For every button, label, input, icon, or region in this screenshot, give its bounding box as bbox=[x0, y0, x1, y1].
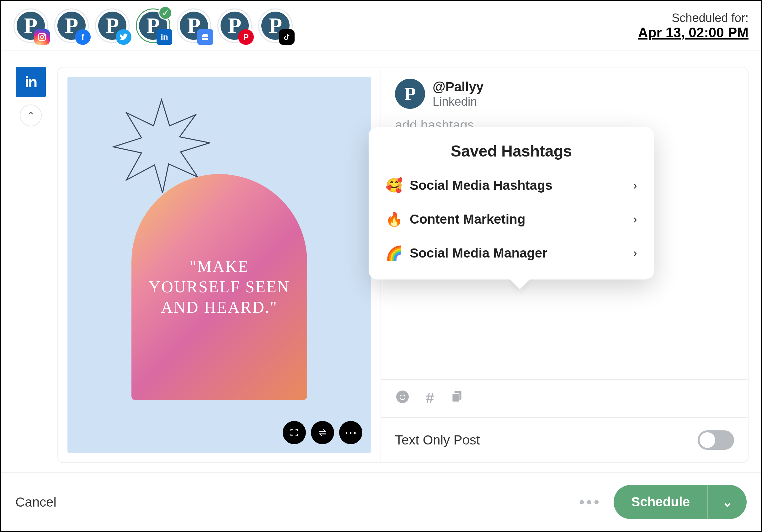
scheduled-info: Scheduled for: Apr 13, 02:00 PM bbox=[638, 11, 748, 40]
compose-header: P @Pallyy Linkedin bbox=[381, 67, 748, 112]
emoji-picker-button[interactable] bbox=[395, 389, 410, 408]
account-network: Linkedin bbox=[432, 95, 484, 109]
svg-point-6 bbox=[404, 395, 405, 397]
ellipsis-icon: ••• bbox=[579, 494, 601, 511]
media-action-row: ⋯ bbox=[283, 421, 362, 444]
check-icon: ✓ bbox=[158, 6, 172, 20]
text-only-row: Text Only Post bbox=[381, 417, 748, 462]
svg-point-1 bbox=[40, 36, 43, 38]
chevron-right-icon: › bbox=[633, 247, 637, 260]
quote-text: "MAKE YOURSELF SEEN AND HEARD." bbox=[131, 256, 307, 318]
network-rail: in ⌃ bbox=[14, 67, 48, 463]
compose-toolbar: # bbox=[381, 379, 748, 417]
account-twitter[interactable]: P bbox=[95, 9, 129, 43]
facebook-icon: f bbox=[75, 29, 91, 45]
toggle-knob bbox=[700, 432, 715, 448]
account-facebook[interactable]: P f bbox=[54, 9, 89, 43]
copy-caption-button[interactable] bbox=[450, 389, 464, 408]
media-preview-pane: "MAKE YOURSELF SEEN AND HEARD." ⋯ bbox=[58, 67, 381, 462]
hashtag-picker-button[interactable]: # bbox=[426, 389, 434, 408]
swap-icon bbox=[317, 427, 328, 438]
account-handle: @Pallyy bbox=[432, 79, 484, 94]
svg-point-2 bbox=[44, 35, 45, 36]
saved-hashtags-popover: Saved Hashtags 🥰 Social Media Hashtags ›… bbox=[369, 127, 654, 279]
instagram-icon bbox=[34, 29, 50, 45]
twitter-icon bbox=[116, 29, 131, 45]
more-media-button[interactable]: ⋯ bbox=[339, 421, 362, 444]
composer-header: P P f P P ✓ in P P P bbox=[1, 1, 761, 51]
text-only-label: Text Only Post bbox=[395, 432, 480, 448]
hashtag-group-social-media[interactable]: 🥰 Social Media Hashtags › bbox=[369, 169, 654, 202]
chevron-up-icon: ⌃ bbox=[27, 110, 35, 121]
collapse-button[interactable]: ⌃ bbox=[20, 105, 42, 126]
composer-footer: Cancel ••• Schedule ⌄ bbox=[1, 472, 761, 531]
hashtag-group-label: Social Media Manager bbox=[410, 246, 547, 261]
account-linkedin[interactable]: P ✓ in bbox=[136, 9, 170, 43]
hashtag-group-label: Content Marketing bbox=[410, 212, 525, 227]
hashtag-group-label: Social Media Hashtags bbox=[410, 178, 553, 193]
cancel-button[interactable]: Cancel bbox=[15, 495, 56, 510]
account-pinterest[interactable]: P P bbox=[217, 9, 252, 43]
schedule-split-button: Schedule ⌄ bbox=[614, 485, 747, 519]
account-selector-row: P P f P P ✓ in P P P bbox=[14, 9, 293, 43]
text-only-toggle[interactable] bbox=[698, 430, 734, 450]
hashtag-group-social-media-manager[interactable]: 🌈 Social Media Manager › bbox=[369, 236, 654, 270]
popover-title: Saved Hashtags bbox=[369, 142, 654, 160]
hashtag-group-content-marketing[interactable]: 🔥 Content Marketing › bbox=[369, 202, 654, 236]
tiktok-icon bbox=[279, 29, 295, 45]
chevron-right-icon: › bbox=[633, 179, 637, 192]
account-tiktok[interactable]: P bbox=[258, 9, 293, 43]
scheduled-datetime[interactable]: Apr 13, 02:00 PM bbox=[638, 25, 748, 40]
swap-media-button[interactable] bbox=[311, 421, 334, 444]
smiley-icon bbox=[395, 389, 410, 404]
fullscreen-button[interactable] bbox=[283, 421, 306, 444]
brand-avatar: P bbox=[395, 79, 425, 109]
compose-user-info: @Pallyy Linkedin bbox=[432, 79, 484, 109]
post-card: "MAKE YOURSELF SEEN AND HEARD." ⋯ bbox=[57, 67, 748, 463]
account-google[interactable]: P bbox=[177, 9, 211, 43]
google-business-icon bbox=[197, 29, 213, 45]
footer-actions: ••• Schedule ⌄ bbox=[579, 485, 747, 519]
scheduled-label: Scheduled for: bbox=[638, 11, 748, 25]
chevron-down-icon: ⌄ bbox=[722, 494, 733, 510]
svg-point-5 bbox=[400, 395, 402, 397]
linkedin-icon: in bbox=[157, 29, 172, 45]
quote-graphic: "MAKE YOURSELF SEEN AND HEARD." bbox=[131, 174, 307, 400]
chevron-right-icon: › bbox=[633, 213, 637, 226]
media-preview: "MAKE YOURSELF SEEN AND HEARD." ⋯ bbox=[67, 77, 371, 453]
copy-icon bbox=[450, 389, 464, 403]
linkedin-tab-icon[interactable]: in bbox=[16, 67, 46, 97]
fullscreen-icon bbox=[289, 427, 299, 438]
emoji-icon: 🥰 bbox=[386, 177, 403, 193]
account-instagram[interactable]: P bbox=[14, 9, 48, 43]
schedule-dropdown-button[interactable]: ⌄ bbox=[708, 485, 747, 519]
svg-point-4 bbox=[396, 391, 409, 403]
pinterest-icon: P bbox=[238, 29, 254, 45]
emoji-icon: 🔥 bbox=[386, 211, 403, 227]
emoji-icon: 🌈 bbox=[386, 245, 403, 261]
svg-rect-8 bbox=[452, 393, 459, 402]
composer-body: in ⌃ "MAKE YOURSELF SEEN AND HEARD." bbox=[1, 51, 761, 472]
schedule-button[interactable]: Schedule bbox=[614, 485, 708, 519]
more-options-button[interactable]: ••• bbox=[579, 493, 601, 511]
